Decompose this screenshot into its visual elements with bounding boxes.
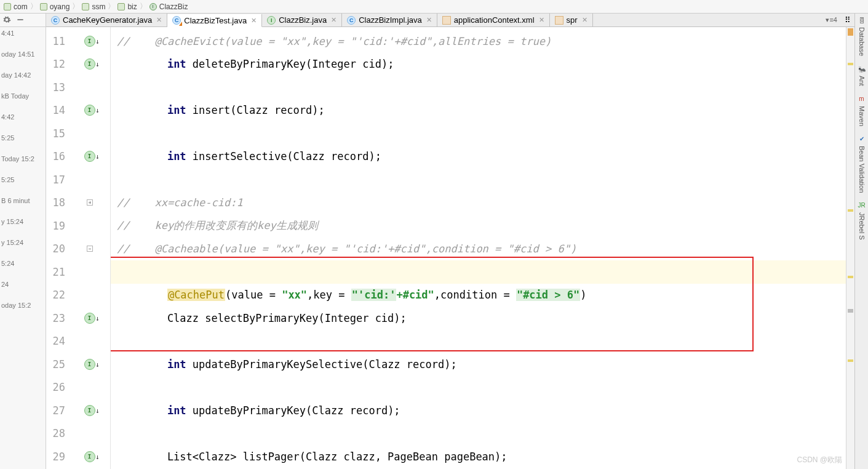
line-number[interactable]: 25 [46,353,70,376]
gutter-cell[interactable]: I [74,145,110,169]
history-entry[interactable]: Today 15:2 [0,155,46,162]
implemented-icon[interactable]: I [84,151,95,162]
tool-window-button[interactable]: mMaven [858,95,866,126]
tool-window-button[interactable]: JRJRebel S [858,201,866,240]
gutter-cell[interactable] [74,422,110,446]
line-number[interactable]: 12 [46,53,70,76]
gutter-cell[interactable] [74,238,110,261]
warning-mark[interactable] [848,209,853,212]
line-number[interactable]: 27 [46,399,70,422]
gutter-cell[interactable] [74,376,110,399]
gutter-cell[interactable]: I [74,99,110,122]
implemented-icon[interactable]: I [84,36,95,47]
gutter-cell[interactable]: I [74,445,110,468]
breadcrumb-item[interactable]: oyang [40,2,70,11]
history-entry[interactable]: 4:42 [0,113,46,121]
warning-mark[interactable] [848,63,853,65]
implemented-icon[interactable]: I [84,359,95,370]
code-line[interactable]: int insert(Clazz record); [111,99,846,122]
gutter-cell[interactable] [74,260,110,284]
breadcrumb-item[interactable]: ssm [82,2,105,11]
tool-window-button[interactable]: ✔Bean Validation [858,135,866,193]
code-line[interactable] [111,122,846,145]
tabs-menu-icon[interactable]: ⠿ [841,14,854,26]
editor-tab[interactable]: IClazzBiz.java✕ [262,14,342,26]
line-number[interactable]: 23 [46,307,70,330]
gutter-cell[interactable]: I [74,399,110,422]
close-icon[interactable]: ✕ [539,16,544,24]
code-line[interactable]: Clazz selectByPrimaryKey(Integer cid); [111,307,846,330]
gutter-cell[interactable]: I [74,53,110,76]
history-entry[interactable]: B 6 minut [0,197,46,204]
history-entry[interactable]: day 14:42 [0,71,46,79]
editor-tab[interactable]: applicationContext.xml✕ [437,14,550,26]
editor-tab[interactable]: spr✕ [550,14,593,26]
tabs-overflow[interactable]: ▾≡4 [822,14,841,26]
line-number[interactable]: 26 [46,376,70,399]
code-line[interactable]: // key的作用改变原有的key生成规则 [111,214,846,238]
code-line[interactable]: int updateByPrimaryKey(Clazz record); [111,399,846,422]
code-editor[interactable]: 11121314151617181920212223242526272829 I… [46,27,854,469]
close-icon[interactable]: ✕ [331,16,336,24]
gutter-cell[interactable] [74,122,110,145]
history-entry[interactable]: 4:41 [0,30,46,37]
code-line[interactable] [111,330,846,353]
line-number[interactable]: 13 [46,76,70,99]
line-number[interactable]: 14 [46,99,70,122]
line-number[interactable]: 19 [46,214,70,238]
code-line[interactable]: // @Cacheable(value = "xx",key = "'cid:'… [111,238,846,261]
code-line[interactable]: // xx=cache-cid:1 [111,191,846,215]
line-number[interactable]: 11 [46,30,70,53]
implemented-icon[interactable]: I [84,405,95,416]
history-entry[interactable]: 5:24 [0,260,46,267]
history-entry[interactable]: oday 14:51 [0,50,46,58]
code-line[interactable]: int deleteByPrimaryKey(Integer cid); [111,53,846,76]
code-line[interactable] [111,422,846,446]
right-tool-strip[interactable]: 🗄Database🐜AntmMaven✔Bean ValidationJRJRe… [854,14,868,469]
gutter-cell[interactable] [74,284,110,307]
collapse-icon[interactable] [16,15,25,25]
warning-mark[interactable] [848,276,853,278]
breadcrumb-item[interactable]: biz [117,2,137,11]
caret-mark[interactable] [848,309,853,313]
gutter-cell[interactable]: I [74,353,110,376]
close-icon[interactable]: ✕ [582,16,587,24]
implemented-icon[interactable]: I [84,58,95,70]
implemented-icon[interactable]: I [84,451,95,462]
line-number[interactable]: 15 [46,122,70,145]
history-entry[interactable]: 5:25 [0,176,46,183]
tool-window-button[interactable]: 🗄Database [858,16,866,56]
close-icon[interactable]: ✕ [426,16,432,24]
fold-icon[interactable] [87,199,93,206]
tool-window-button[interactable]: 🐜Ant [858,65,866,86]
gutter-cell[interactable]: I [74,30,110,53]
breadcrumb[interactable]: com〉oyang〉ssm〉biz〉IClazzBiz [0,0,868,14]
code-line[interactable]: int updateByPrimaryKeySelective(Clazz re… [111,353,846,376]
editor-tab[interactable]: CCacheKeyGenerator.java✕ [46,14,167,26]
line-number[interactable]: 29 [46,445,70,468]
warning-mark[interactable] [848,359,853,362]
line-number[interactable]: 28 [46,422,70,446]
line-number[interactable]: 22 [46,284,70,307]
line-number[interactable]: 17 [46,168,70,191]
line-number[interactable]: 24 [46,330,70,353]
code-line[interactable]: List<Clazz> listPager(Clazz clazz, PageB… [111,445,846,468]
breadcrumb-item[interactable]: IClazzBiz [149,2,188,11]
history-entry[interactable]: 24 [0,281,46,288]
fold-icon[interactable] [87,246,93,252]
history-entry[interactable]: kB Today [0,92,46,100]
editor-tab[interactable]: CClazzBizTest.java✕ [167,14,262,27]
implemented-icon[interactable]: I [84,313,95,324]
line-number[interactable]: 18 [46,191,70,215]
close-icon[interactable]: ✕ [251,17,257,25]
gutter-cell[interactable] [74,168,110,191]
history-entry[interactable]: oday 15:2 [0,302,46,309]
code-line[interactable] [111,76,846,99]
history-entry[interactable]: y 15:24 [0,218,46,225]
history-entry[interactable]: y 15:24 [0,239,46,246]
gear-icon[interactable] [2,15,11,25]
gutter-cell[interactable] [74,191,110,215]
gutter-cell[interactable] [74,214,110,238]
history-entry[interactable]: 5:25 [0,134,46,142]
code-line[interactable] [111,260,846,284]
